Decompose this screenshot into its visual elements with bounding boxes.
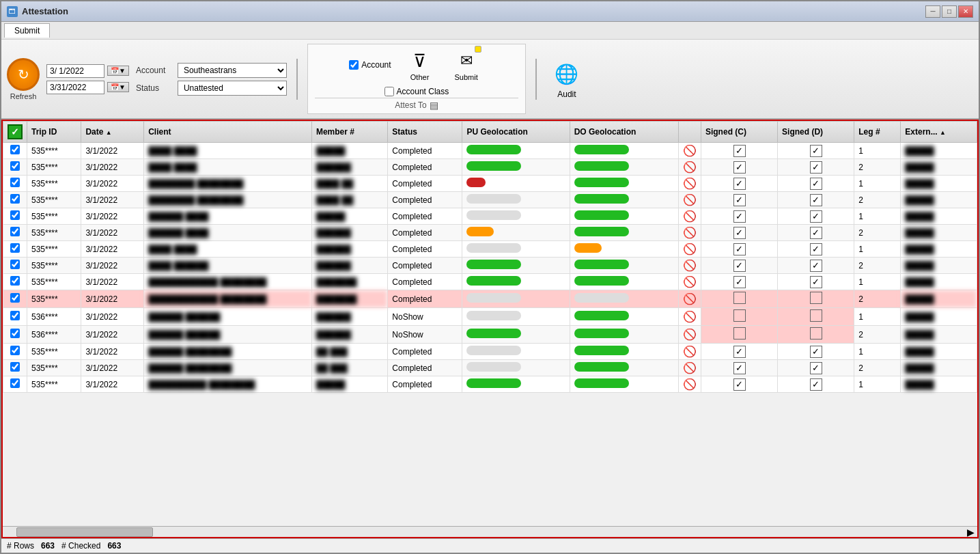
col-signed-d[interactable]: Signed (D) [778,122,854,143]
check-all-header[interactable] [3,122,27,143]
col-status[interactable]: Status [388,122,462,143]
row-checkbox[interactable] [10,178,20,187]
signed-c-cell[interactable] [701,290,777,308]
signed-c-cell[interactable]: ✓ [701,143,777,159]
col-trip-id[interactable]: Trip ID [27,122,81,143]
signed-c-cell[interactable]: ✓ [701,376,777,393]
signed-c-cell[interactable]: ✓ [701,192,777,208]
refresh-button[interactable]: ↻ [7,58,40,91]
date-to-input[interactable] [46,81,104,94]
check-all-checkbox[interactable] [8,124,23,139]
date-section: 📅▼ 📅▼ [46,64,129,94]
signed-d-cell[interactable]: ✓ [778,360,854,376]
pu-geo-cell [462,208,570,225]
row-checkbox[interactable] [10,145,20,154]
status-select[interactable]: Unattested [178,81,287,96]
row-checkbox-cell[interactable] [3,308,27,326]
row-checkbox-cell[interactable] [3,376,27,393]
date-cell: 3/1/2022 [81,274,144,290]
col-external[interactable]: Extern... ▲ [901,122,977,143]
row-checkbox-cell[interactable] [3,326,27,344]
do-geo-cell [570,192,678,208]
row-checkbox-cell[interactable] [3,192,27,208]
row-checkbox[interactable] [10,311,20,320]
signed-d-cell[interactable]: ✓ [778,258,854,274]
other-button[interactable]: ⊽ Other [402,47,438,83]
row-checkbox-cell[interactable] [3,274,27,290]
signed-c-cell[interactable]: ✓ [701,159,777,176]
signed-d-cell[interactable]: ✓ [778,159,854,176]
signed-c-cell[interactable]: ✓ [701,344,777,360]
row-checkbox-cell[interactable] [3,159,27,176]
row-checkbox[interactable] [10,329,20,338]
col-signed-c[interactable]: Signed (C) [701,122,777,143]
account-checkbox[interactable] [349,60,359,70]
account-class-checkbox[interactable] [384,87,394,96]
row-checkbox-cell[interactable] [3,344,27,360]
signed-c-cell[interactable]: ✓ [701,258,777,274]
submit-button[interactable]: ✉ Submit [449,47,484,83]
row-checkbox-cell[interactable] [3,143,27,159]
signed-d-cell[interactable]: ✓ [778,208,854,225]
row-checkbox-cell[interactable] [3,225,27,241]
row-checkbox[interactable] [10,362,20,372]
col-leg[interactable]: Leg # [854,122,901,143]
row-checkbox[interactable] [10,260,20,269]
signed-d-cell[interactable]: ✓ [778,344,854,360]
row-checkbox[interactable] [10,378,20,388]
maximize-button[interactable]: □ [942,5,957,18]
signed-d-cell[interactable]: ✓ [778,192,854,208]
submit-tab[interactable]: Submit [4,23,50,38]
signed-c-cell[interactable]: ✓ [701,176,777,192]
signed-c-cell[interactable]: ✓ [701,208,777,225]
row-checkbox[interactable] [10,161,20,171]
minimize-button[interactable]: ─ [925,5,940,18]
row-checkbox-cell[interactable] [3,176,27,192]
signed-c-cell[interactable]: ✓ [701,225,777,241]
row-checkbox-cell[interactable] [3,258,27,274]
row-checkbox[interactable] [10,276,20,286]
col-pu-geo[interactable]: PU Geolocation [462,122,570,143]
audit-section[interactable]: 🌐 Audit [546,57,587,102]
row-checkbox-cell[interactable] [3,290,27,308]
date-cell: 3/1/2022 [81,326,144,344]
col-member[interactable]: Member # [311,122,387,143]
client-cell: ████████████ ████████ [144,290,312,308]
horizontal-scrollbar[interactable]: ▶ [3,526,977,537]
scrollbar-thumb[interactable] [16,527,153,537]
signed-c-cell[interactable] [701,326,777,344]
row-checkbox-cell[interactable] [3,208,27,225]
pu-geo-cell [462,360,570,376]
signed-d-cell[interactable]: ✓ [778,225,854,241]
row-checkbox[interactable] [10,210,20,220]
row-checkbox-cell[interactable] [3,360,27,376]
row-checkbox[interactable] [10,293,20,303]
signed-d-cell[interactable]: ✓ [778,274,854,290]
col-client[interactable]: Client [144,122,312,143]
scroll-right-btn[interactable]: ▶ [967,527,975,538]
signed-d-cell[interactable] [778,326,854,344]
row-checkbox[interactable] [10,194,20,204]
row-checkbox[interactable] [10,227,20,236]
col-date[interactable]: Date ▲ [81,122,144,143]
row-checkbox-cell[interactable] [3,241,27,258]
signed-c-cell[interactable]: ✓ [701,274,777,290]
signed-d-cell[interactable] [778,290,854,308]
signed-c-cell[interactable]: ✓ [701,241,777,258]
leg-cell: 1 [854,208,901,225]
signed-d-cell[interactable]: ✓ [778,241,854,258]
col-do-geo[interactable]: DO Geolocation [570,122,678,143]
signed-d-cell[interactable]: ✓ [778,376,854,393]
signed-d-cell[interactable]: ✓ [778,143,854,159]
account-select[interactable]: Southeastrans [178,63,287,78]
row-checkbox[interactable] [10,243,20,253]
date-from-calendar-btn[interactable]: 📅▼ [107,66,129,76]
close-button[interactable]: ✕ [958,5,973,18]
signed-d-cell[interactable] [778,308,854,326]
date-to-calendar-btn[interactable]: 📅▼ [107,82,129,92]
signed-c-cell[interactable]: ✓ [701,360,777,376]
signed-d-cell[interactable]: ✓ [778,176,854,192]
signed-c-cell[interactable] [701,308,777,326]
row-checkbox[interactable] [10,346,20,355]
date-from-input[interactable] [46,64,104,78]
